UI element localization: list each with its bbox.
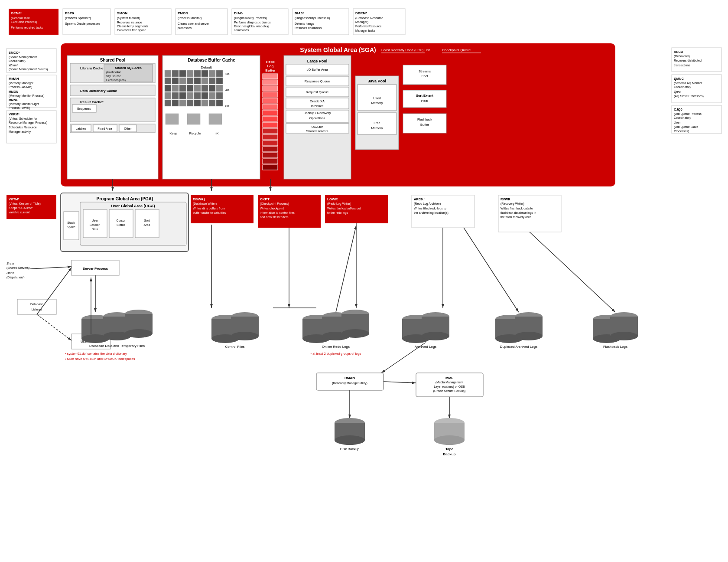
- gen0-subtitle2: Execution Process): [11, 20, 37, 24]
- bc-r3c7: [209, 85, 215, 91]
- bc-r4c5: [194, 92, 201, 99]
- arrow-snnn-server: [30, 267, 72, 269]
- bc-r2c3: [179, 78, 186, 84]
- arrow-rvwr-flashback: [530, 232, 615, 312]
- pmon-desc1: Cleans user and server: [178, 22, 209, 25]
- ckpt-desc2: information to control files: [260, 211, 295, 214]
- dbfile-note1: • system01.dbf contains the data diction…: [65, 352, 127, 356]
- bc-r4c6: [202, 92, 208, 99]
- cjq0-jnnn-desc2: Processes): [674, 130, 689, 133]
- bc-r4c4: [187, 92, 193, 99]
- backup-recovery-label1: Backup / Recovery: [304, 111, 331, 115]
- disk-backup-label: Disk Backup: [340, 447, 360, 451]
- redo-block-12: [263, 140, 278, 146]
- vkrm-label: VKRM*: [9, 112, 20, 116]
- bc-r2c7: [209, 78, 215, 84]
- bc-r2c8: [216, 78, 223, 84]
- snnn-subtitle: (Shared Servers): [6, 266, 29, 270]
- smco-wnnn-desc: (Space Management Slaves): [9, 68, 48, 71]
- redo-block-6: [263, 104, 278, 109]
- diag-desc3: commands: [234, 29, 249, 32]
- bc-r1c1: [165, 70, 171, 77]
- ctlfile-cyl2-bottom: [231, 332, 259, 340]
- large-pool-title: Large Pool: [307, 59, 328, 63]
- flashback-buffer-label1: Flashback: [417, 118, 432, 121]
- size-2k: 2K: [225, 72, 230, 76]
- rvwr-desc3: the flash recovery area: [500, 216, 531, 219]
- io-buffer-area-label: I/O Buffer Area: [306, 68, 328, 72]
- result-cache-label: Result Cache*: [80, 100, 104, 104]
- mman-subtitle: (Memory Manager: [9, 82, 34, 85]
- bc-r2c4: [187, 78, 193, 84]
- shared-pool-title: Shared Pool: [100, 58, 126, 62]
- redolog-note: • at least 2 duplexed groups of logs: [311, 352, 361, 356]
- mman-subtitle2: Process - ASMM): [9, 85, 32, 89]
- pmon-desc2: processes: [178, 26, 192, 30]
- qmnc-subtitle2: Coordinator): [674, 85, 691, 89]
- db-listener-label1: Database: [30, 303, 43, 306]
- free-memory-label2: Memory: [371, 126, 383, 130]
- vkrm-subtitle1: (Virtual Scheduler for: [9, 117, 37, 121]
- server-process-label: Server Process: [83, 267, 108, 271]
- psp0-name: PSP0: [65, 11, 74, 15]
- redo-block-3: [263, 86, 278, 91]
- main-diagram-svg: GEN0* (General Task Execution Process) P…: [4, 4, 724, 559]
- diag-name: DIAG: [234, 11, 243, 15]
- redo-block-16: [263, 165, 278, 170]
- data-dict-label: Data Dictionary Cache: [80, 89, 117, 93]
- arrow-redolog-lgwr: [336, 225, 356, 312]
- ctlfile-label: Control Files: [225, 345, 245, 349]
- latches-label: Latches: [76, 127, 87, 130]
- vkrm-desc1: Schedules Resource: [9, 126, 37, 129]
- stack-space-label2: Space: [67, 225, 75, 229]
- smon-desc3: Coalesces free space: [117, 29, 146, 32]
- psp0-subtitle: (Process Spawner): [65, 16, 91, 20]
- enqueues-label: Enqueues: [77, 107, 91, 111]
- oracle-xa-label1: Oracle XA: [310, 99, 325, 103]
- fblog-label: Flashback Logs: [603, 345, 627, 349]
- redo-block-2: [263, 80, 278, 85]
- rman-label: RMAN: [344, 376, 355, 380]
- mmon-label: MMON: [9, 90, 18, 93]
- mml-subtitle3: (Oracle Secure Backup): [433, 389, 466, 393]
- bc-r4c7: [209, 92, 215, 99]
- mml-subtitle2: Layer routines) or OSB: [434, 385, 465, 389]
- bc-r3c2: [172, 85, 179, 91]
- bc-r5c6: [202, 100, 208, 106]
- lgwr-label: LGWR: [327, 197, 338, 201]
- dbrm-subtitle1: (Database Resource: [355, 16, 383, 20]
- smon-desc2: Cleans temp segments: [117, 25, 148, 28]
- diag-desc1: Performs diagnostic dumps: [234, 21, 271, 24]
- oracle-xa-label2: Interface: [311, 104, 323, 108]
- lgwr-subtitle: (Redo Log Writer): [327, 202, 351, 206]
- keep-grid: [166, 114, 179, 124]
- arrow-arclog-rman: [381, 343, 426, 373]
- cjq0-subtitle2: Coordinator): [674, 116, 691, 120]
- bc-r2c5: [194, 78, 201, 84]
- bc-r3c1: [165, 85, 171, 91]
- redo-log-buffer-title2: Log: [267, 64, 274, 68]
- streams-pool-label1: Streams: [419, 69, 431, 73]
- cjq0-subtitle1: (Job Queue Process: [674, 112, 702, 116]
- dbrm-name: DBRM*: [355, 11, 367, 15]
- dbfile-cyl3-bottom: [125, 329, 153, 338]
- java-pool-title: Java Pool: [368, 79, 386, 83]
- backup-recovery-label2: Operations: [309, 116, 325, 120]
- vktm-subtitle1: (Virtual Keeper of TiMe): [9, 202, 41, 206]
- bc-r5c5: [194, 100, 201, 106]
- pmon-name: PMON: [178, 11, 188, 15]
- sort-extent-label1: Sort Extent: [416, 94, 434, 98]
- redo-block-13: [263, 147, 278, 152]
- rman-subtitle: (Recovery Manager utility): [332, 382, 367, 385]
- bc-r2c2: [172, 78, 179, 84]
- library-cache-label: Library Cache: [80, 66, 104, 70]
- dbwr-label: DBW0.j: [193, 197, 205, 201]
- size-4k: 4K: [225, 88, 230, 92]
- size-8k: 8K: [225, 104, 230, 108]
- qmnc-subtitle1: (Streams AQ Monitor: [674, 82, 702, 85]
- dia0-desc2: Resolves deadlocks: [295, 26, 322, 29]
- bc-r3c4: [187, 85, 193, 91]
- dbfile-note2: • Must have SYSTEM and SYSAUX tablespace…: [65, 357, 135, 361]
- uga-title: User Global Area (UGA): [111, 204, 155, 208]
- smon-name: SMON: [117, 11, 127, 15]
